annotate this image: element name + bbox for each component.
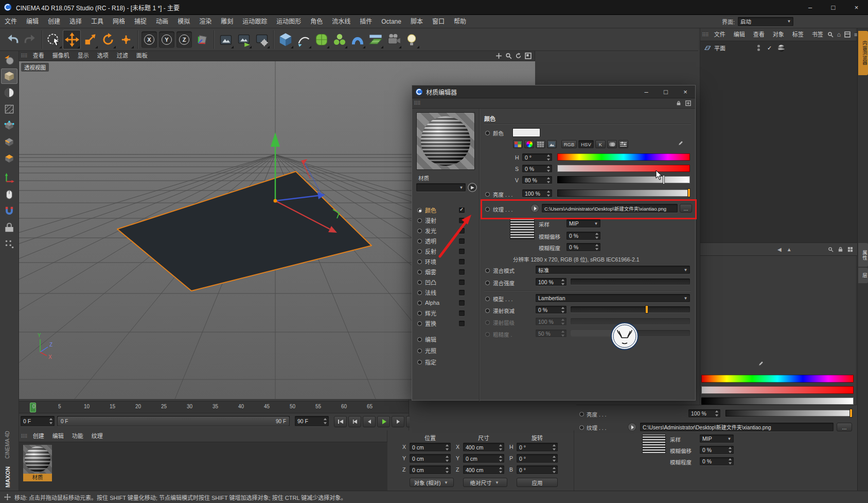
h-gradient-bar[interactable] (557, 153, 690, 161)
quantize-icon[interactable] (1, 236, 17, 252)
redo-button[interactable] (21, 30, 39, 49)
dialog-maximize-button[interactable] (656, 85, 676, 98)
workplane-mode-icon[interactable] (1, 101, 17, 117)
menubar-item-插件[interactable]: 插件 (355, 15, 377, 28)
object-manager-menu-对象[interactable]: 对象 (769, 29, 788, 40)
channel-radio[interactable] (417, 218, 422, 223)
previous-frame-button[interactable] (363, 416, 376, 427)
menubar-item-渲染[interactable]: 渲染 (194, 15, 216, 28)
image-picker-icon[interactable] (547, 140, 557, 148)
rotate-view-icon[interactable] (514, 52, 523, 60)
dlg-brightness-slider[interactable] (557, 189, 690, 197)
panel-grip[interactable] (19, 53, 29, 59)
coord-field[interactable]: 0 cm (463, 454, 504, 463)
spectrum-picker-icon[interactable] (513, 140, 523, 148)
coord-field[interactable]: 0 ° (517, 454, 558, 463)
sliders-icon[interactable] (618, 140, 628, 148)
model-dropdown[interactable]: Lambertian (536, 294, 690, 302)
channel-radio[interactable] (417, 321, 422, 326)
primitive-cube-button[interactable] (276, 30, 294, 49)
brightness-key-icon[interactable] (579, 412, 584, 417)
deformer-button[interactable] (348, 30, 366, 49)
viewport-menu-查看[interactable]: 查看 (29, 50, 48, 61)
material-editor-dialog[interactable]: 材质编辑器 材质 颜色漫射发光透明反射环境烟雾凹凸法线Alpha辉光置换编辑光照… (412, 85, 696, 401)
nav-back-icon[interactable]: ◀ (777, 247, 782, 252)
menubar-item-运动图形[interactable]: 运动图形 (272, 15, 306, 28)
menubar-item-脚本[interactable]: 脚本 (406, 15, 428, 28)
render-picture-viewer-button[interactable] (235, 30, 253, 49)
object-manager-body[interactable]: 平面 ✓ (700, 41, 857, 242)
section-radio[interactable] (417, 349, 422, 353)
channel-radio[interactable] (417, 239, 422, 244)
channel-radio[interactable] (417, 249, 422, 254)
channel-checkbox[interactable] (459, 207, 465, 213)
mix-strength-field[interactable]: 100 % (536, 278, 566, 286)
texture-mode-icon[interactable] (1, 85, 17, 100)
end-frame-field[interactable]: 90 F (295, 416, 329, 426)
live-selection-tool[interactable] (45, 30, 63, 49)
spinner-icon[interactable] (499, 444, 503, 450)
camera-button[interactable] (384, 30, 402, 49)
menubar-item-模拟[interactable]: 模拟 (173, 15, 194, 28)
channel-radio[interactable] (417, 301, 422, 305)
axis-mode-icon[interactable] (1, 170, 17, 186)
spinner-icon[interactable] (445, 444, 450, 450)
menubar-item-创建[interactable]: 创建 (43, 15, 65, 28)
menubar-item-窗口[interactable]: 窗口 (428, 15, 449, 28)
channel-漫射[interactable]: 漫射 (412, 215, 468, 226)
texture-expand-button[interactable] (628, 423, 636, 431)
channel-凹凸[interactable]: 凹凸 (412, 277, 468, 287)
section-指定[interactable]: 指定 (412, 357, 468, 367)
spinner-icon[interactable] (552, 456, 557, 462)
channel-checkbox[interactable] (459, 238, 465, 244)
environment-floor-button[interactable] (366, 30, 384, 49)
channel-radio[interactable] (417, 311, 422, 316)
brightness-slider[interactable] (725, 410, 852, 417)
timeline-ruler[interactable]: 05101520253035404550556065 (19, 401, 409, 413)
channel-法线[interactable]: 法线 (412, 287, 468, 298)
vertical-tab-内容浏览器[interactable]: 内容浏览器 (858, 31, 868, 75)
coord-field[interactable]: 400 cm (463, 465, 504, 474)
window-maximize-button[interactable] (822, 0, 845, 15)
channel-checkbox[interactable] (459, 280, 465, 285)
menubar-item-工具[interactable]: 工具 (86, 15, 108, 28)
texture-browse-button[interactable]: ... (837, 423, 852, 431)
color-key-icon[interactable] (485, 131, 490, 135)
mix-strength-key-icon[interactable] (485, 281, 490, 285)
goto-start-button[interactable] (334, 416, 347, 427)
hue-gradient-bar[interactable] (701, 375, 854, 383)
nav-up-icon[interactable]: ▲ (787, 247, 792, 252)
texture-path-field[interactable]: C:\Users\Administrator\Desktop\新建文件夹\xia… (640, 423, 834, 431)
coordinate-system-button[interactable] (193, 30, 211, 49)
dlg-texture-browse-button[interactable]: ... (680, 204, 692, 213)
dialog-close-button[interactable] (676, 85, 695, 98)
dlg-sampling-dropdown[interactable]: MIP (566, 219, 600, 228)
coord-field[interactable]: 0 cm (410, 465, 451, 474)
dlg-blur-scale-field[interactable]: 0 % (566, 243, 600, 251)
texture-key-icon[interactable] (579, 425, 584, 430)
channel-辉光[interactable]: 辉光 (412, 308, 468, 318)
rgb-tab[interactable]: RGB (561, 140, 577, 148)
color-wheel-icon[interactable] (524, 140, 534, 148)
channel-radio[interactable] (417, 280, 422, 285)
spline-pen-button[interactable] (294, 30, 312, 49)
render-settings-button[interactable] (253, 30, 271, 49)
brightness-key-icon[interactable] (485, 192, 490, 197)
mix-mode-key-icon[interactable] (485, 268, 490, 273)
viewport-solo-icon[interactable] (1, 187, 17, 202)
channel-反射[interactable]: 反射 (412, 246, 468, 256)
interface-dropdown[interactable]: 启动 (738, 17, 793, 26)
hsv-tab[interactable]: HSV (578, 140, 594, 148)
move-tool[interactable] (63, 30, 81, 49)
channel-radio[interactable] (417, 229, 422, 233)
play-button[interactable] (377, 416, 390, 427)
previous-key-button[interactable] (348, 416, 361, 427)
texture-tag-icon[interactable] (778, 45, 785, 51)
s-gradient-bar[interactable] (557, 165, 690, 172)
light-button[interactable] (402, 30, 420, 49)
toggle-view-icon[interactable] (524, 52, 533, 60)
am-search-icon[interactable] (828, 247, 834, 252)
points-mode-icon[interactable] (1, 118, 17, 133)
spinner-icon[interactable] (499, 456, 503, 462)
timeline-range-slider[interactable]: 0 F 90 F (57, 416, 290, 426)
